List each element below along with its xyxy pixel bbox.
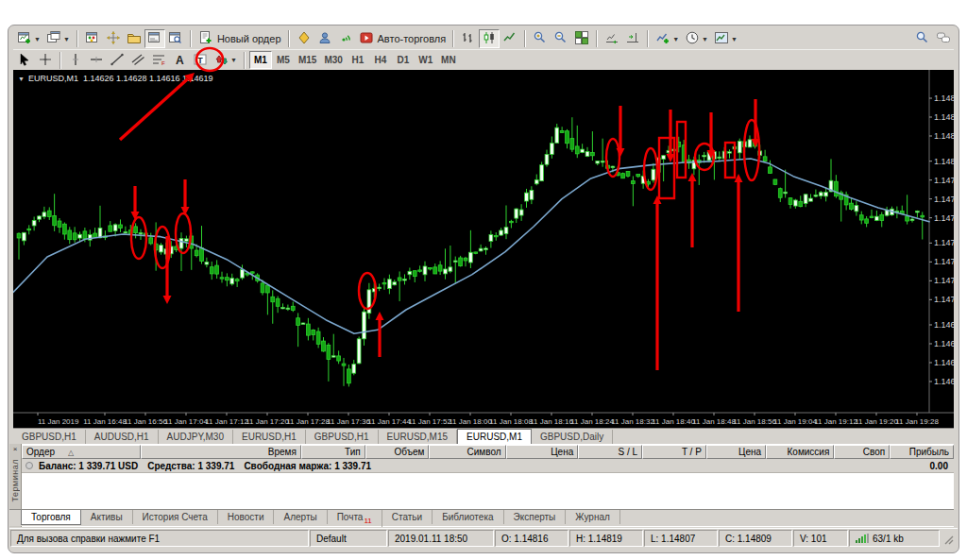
toolbar-button-new-chart[interactable]: ▼ — [14, 29, 43, 48]
toolbar-button-auto-scroll[interactable] — [602, 29, 622, 48]
toolbar-button-indicators[interactable]: ▼ — [653, 29, 682, 48]
toolbar-button-auto-trading[interactable]: Авто-торговля — [356, 29, 450, 48]
toolbar-button-fibonacci[interactable]: F — [148, 51, 169, 70]
column-header-[interactable]: Объем — [365, 445, 430, 459]
toolbar-button-terminal-panel[interactable] — [144, 29, 165, 48]
navigator-icon — [106, 30, 121, 47]
timeframe-m5[interactable]: M5 — [272, 51, 295, 69]
status-profile[interactable]: Default — [310, 530, 387, 547]
toolbar-button-chart-candles[interactable] — [479, 29, 500, 48]
annotation-ellipse — [131, 217, 146, 259]
terminal-tab-[interactable]: История Счета — [133, 510, 218, 524]
timeframe-mn[interactable]: MN — [437, 51, 460, 69]
timeframe-w1[interactable]: W1 — [415, 51, 437, 69]
dropdown-arrow-icon[interactable]: ▼ — [34, 36, 41, 42]
toolbar-button-chart-line[interactable] — [500, 29, 520, 48]
time-tick-label: 11 Jan 18:16 — [530, 417, 573, 426]
chart-tab-gbpusd-h1[interactable]: GBPUSD,H1 — [306, 430, 379, 444]
timeframe-h1[interactable]: H1 — [347, 51, 369, 69]
column-header-[interactable]: Комиссия — [766, 445, 834, 459]
dropdown-arrow-icon[interactable]: ▼ — [672, 36, 679, 42]
toolbar-button-signals[interactable] — [335, 29, 356, 48]
toolbar-button-new-order[interactable]: Новый ордер — [195, 29, 284, 48]
dropdown-arrow-icon[interactable]: ▼ — [63, 36, 70, 42]
terminal-tab-[interactable]: Почта11 — [328, 510, 382, 527]
timeframe-d1[interactable]: D1 — [392, 51, 415, 69]
column-header-[interactable]: Тип — [301, 445, 365, 459]
toolbar-button-tile-windows[interactable] — [571, 29, 592, 48]
terminal-tab-[interactable]: Статьи — [382, 510, 433, 524]
toolbar-button-cursor[interactable] — [14, 51, 35, 70]
column-header--2[interactable]: Цена — [706, 445, 766, 459]
column-header-t-p[interactable]: T / P — [642, 445, 706, 459]
candlestick-chart[interactable]: 1.148601.148451.148301.148101.147951.147… — [13, 70, 954, 428]
traffic-value: 63/1 kb — [873, 534, 904, 544]
toolbar-button-market-watch[interactable] — [82, 29, 103, 48]
toolbar-button-chart-shift[interactable] — [622, 29, 643, 48]
chart-tab-audusd-h1[interactable]: AUDUSD,H1 — [86, 430, 159, 444]
zoom-in-icon — [533, 30, 548, 47]
toolbar-button-terminal-folder[interactable] — [124, 29, 144, 48]
chart-area[interactable]: 1.148601.148451.148301.148101.147951.147… — [13, 70, 954, 428]
toolbar-button-navigator[interactable] — [103, 29, 124, 48]
toolbar-button-horizontal-line[interactable] — [86, 51, 107, 70]
column-header-[interactable]: Прибыль — [890, 445, 954, 459]
terminal-tabs: ТорговляАктивыИстория СчетаНовостиАлерты… — [9, 509, 954, 526]
toolbar-button-chart-bars[interactable] — [458, 29, 479, 48]
column-header-[interactable]: Символ — [429, 445, 505, 459]
resize-grip[interactable] — [941, 530, 956, 547]
column-header-[interactable]: Время — [141, 445, 301, 459]
time-tick-label: 11 Jan 17:12 — [205, 417, 248, 426]
toolbar-button-strategy-tester[interactable] — [165, 29, 186, 48]
chevron-down-icon[interactable]: ▼ — [18, 76, 25, 82]
toolbar-button-periods[interactable]: ▼ — [682, 29, 711, 48]
column-header-[interactable]: Своп — [834, 445, 890, 459]
toolbar-button-text[interactable]: A — [169, 51, 190, 70]
close-icon[interactable]: × — [13, 445, 18, 453]
toolbar-button-arrows[interactable]: ▼ — [211, 51, 240, 70]
toolbar-button-search[interactable] — [912, 29, 933, 48]
chart-tab-eurusd-h1[interactable]: EURUSD,H1 — [233, 430, 306, 444]
time-tick-label: 11 Jan 19:20 — [855, 417, 898, 426]
toolbar-group — [601, 28, 644, 49]
toolbar-button-metaeditor[interactable] — [294, 29, 314, 48]
chart-tab-audjpy-m30[interactable]: AUDJPY,M30 — [159, 430, 233, 444]
dropdown-arrow-icon[interactable]: ▼ — [731, 36, 738, 42]
toolbar-button-vertical-line[interactable] — [65, 51, 86, 70]
column-header-[interactable]: Цена — [506, 445, 579, 459]
dropdown-arrow-icon[interactable]: ▼ — [702, 36, 708, 42]
timeframe-h4[interactable]: H4 — [369, 51, 392, 69]
toolbar-button-trend-line[interactable] — [107, 51, 127, 70]
terminal-tab-[interactable]: Активы — [81, 510, 133, 524]
toolbar-button-community[interactable] — [314, 29, 335, 48]
chart-tab-eurusd-m15[interactable]: EURUSD,M15 — [379, 430, 457, 444]
toolbar-button-chat[interactable] — [933, 29, 954, 48]
timeframe-m15[interactable]: M15 — [295, 51, 320, 69]
terminal-tab-[interactable]: Журнал — [566, 510, 620, 524]
terminal-tab-[interactable]: Алерты — [274, 510, 327, 524]
chart-symbol-label: EURUSD,M1 — [28, 74, 78, 83]
chart-tab-gbpusd-daily[interactable]: GBPUSD,Daily — [532, 430, 613, 444]
timeframe-m1[interactable]: M1 — [249, 51, 272, 69]
toolbar-button-templates[interactable]: ▼ — [711, 29, 740, 48]
terminal-tab-[interactable]: Торговля — [21, 510, 81, 525]
column-header-[interactable]: Ордер△ — [22, 445, 141, 459]
chart-tab-gbpusd-h1[interactable]: GBPUSD,H1 — [13, 430, 86, 444]
terminal-tab-[interactable]: Библиотека — [433, 510, 503, 524]
terminal-tab-[interactable]: Новости — [218, 510, 275, 524]
toolbar-button-crosshair[interactable] — [35, 51, 56, 70]
column-header-s-l[interactable]: S / L — [578, 445, 642, 459]
toolbar-button-zoom-in[interactable] — [530, 29, 551, 48]
grip-icon — [944, 535, 954, 545]
dropdown-arrow-icon[interactable]: ▼ — [230, 57, 237, 63]
price-tick-label: 1.14810 — [934, 157, 954, 166]
terminal-tab-[interactable]: Эксперты — [504, 510, 567, 524]
toolbar-group: FAT▼ — [64, 50, 241, 71]
toolbar-button-equidistant-channel[interactable] — [127, 51, 148, 70]
chart-tab-eurusd-m1[interactable]: EURUSD,M1 — [457, 429, 532, 444]
toolbar-button-profiles[interactable]: ▼ — [43, 29, 73, 48]
community-icon — [317, 30, 332, 47]
toolbar-button-zoom-out[interactable] — [551, 29, 571, 48]
toolbar-button-text-label[interactable]: T — [190, 51, 211, 70]
timeframe-m30[interactable]: M30 — [320, 51, 346, 69]
